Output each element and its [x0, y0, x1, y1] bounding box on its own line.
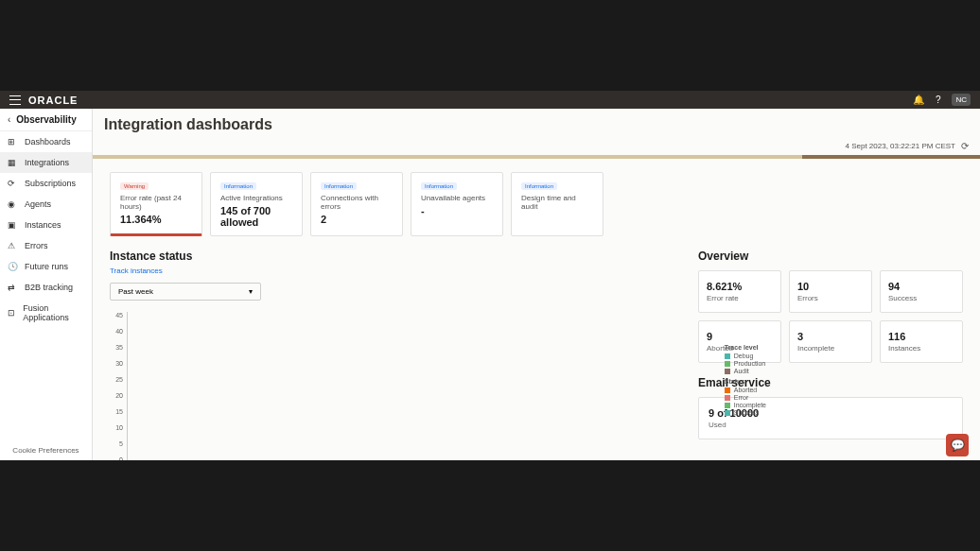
legend-label: Debug	[734, 353, 754, 359]
legend-title: Trace level	[725, 344, 766, 351]
nav-icon: ▣	[8, 220, 17, 230]
bell-icon[interactable]: 🔔	[913, 95, 924, 105]
nav-icon: ⊡	[8, 308, 15, 318]
nav-icon: ⇄	[8, 283, 17, 292]
nav-label: Dashboards	[25, 137, 71, 146]
y-tick: 35	[115, 344, 123, 351]
track-instances-link[interactable]: Track instances	[110, 267, 681, 275]
nav-icon: ⚠	[8, 241, 17, 250]
info-card[interactable]: InformationDesign time and audit	[511, 172, 604, 236]
card-value: -	[421, 205, 493, 216]
y-tick: 40	[115, 328, 123, 335]
stat-label: Instances	[888, 344, 954, 353]
sidebar: ‹ Observability ⊞Dashboards▦Integrations…	[0, 109, 93, 460]
card-label: Design time and audit	[521, 194, 593, 211]
legend-item: Debug	[725, 353, 766, 359]
user-badge[interactable]: NC	[952, 94, 971, 106]
info-card[interactable]: WarningError rate (past 24 hours)11.364%	[110, 172, 202, 236]
legend-swatch	[725, 353, 730, 359]
sidebar-title: Observability	[16, 114, 76, 125]
badge: Information	[220, 182, 256, 190]
sidebar-item-instances[interactable]: ▣Instances	[0, 215, 92, 235]
y-tick: 25	[115, 376, 123, 383]
nav-label: Instances	[25, 220, 61, 230]
card-label: Active Integrations	[220, 194, 292, 202]
main: Integration dashboards 4 Sept 2023, 03:2…	[93, 109, 980, 460]
page-title: Integration dashboards	[93, 109, 980, 141]
nav-label: Errors	[25, 241, 48, 250]
logo: ORACLE	[28, 95, 78, 106]
sidebar-item-agents[interactable]: ◉Agents	[0, 194, 92, 215]
sidebar-item-b2b-tracking[interactable]: ⇄B2B tracking	[0, 277, 92, 298]
sidebar-item-dashboards[interactable]: ⊞Dashboards	[0, 131, 92, 152]
card-value: 2	[321, 214, 393, 225]
y-tick: 45	[115, 312, 123, 319]
hamburger-icon[interactable]	[9, 95, 21, 105]
nav-icon: ⟳	[8, 179, 17, 188]
sidebar-item-errors[interactable]: ⚠Errors	[0, 235, 92, 256]
stat-card[interactable]: 3Incomplete	[789, 320, 872, 363]
stat-card[interactable]: 8.621%Error rate	[698, 270, 781, 313]
timestamp: 4 Sept 2023, 03:22:21 PM CEST	[845, 142, 955, 150]
dropdown-value: Past week	[118, 287, 153, 296]
y-tick: 0	[119, 456, 123, 460]
overview-title: Overview	[698, 250, 963, 263]
stat-value: 10	[797, 281, 864, 292]
stat-label: Error rate	[707, 294, 773, 302]
card-label: Error rate (past 24 hours)	[120, 194, 192, 211]
sidebar-item-future-runs[interactable]: 🕓Future runs	[0, 256, 92, 277]
sidebar-header[interactable]: ‹ Observability	[0, 109, 92, 131]
y-tick: 10	[115, 424, 123, 431]
nav-label: Agents	[25, 199, 51, 209]
info-card[interactable]: InformationActive Integrations145 of 700…	[210, 172, 303, 236]
timerange-dropdown[interactable]: Past week ▾	[110, 283, 261, 301]
chart: 454035302520151050 Trace levelDebugProdu…	[110, 312, 681, 460]
sidebar-item-fusion-applications[interactable]: ⊡Fusion Applications	[0, 298, 92, 328]
badge: Information	[421, 182, 457, 190]
legend-swatch	[725, 387, 730, 393]
y-tick: 15	[115, 408, 123, 415]
legend-swatch	[725, 361, 730, 367]
topbar: ORACLE 🔔 ? NC	[0, 91, 980, 109]
chat-fab[interactable]: 💬	[946, 434, 969, 456]
refresh-icon[interactable]: ⟳	[961, 141, 969, 151]
legend-swatch	[725, 369, 730, 374]
legend-item: Error	[725, 394, 766, 401]
stat-card[interactable]: 10Errors	[789, 270, 872, 313]
instance-status-title: Instance status	[110, 250, 681, 263]
stat-label: Success	[888, 294, 954, 302]
nav-label: Integrations	[25, 158, 69, 167]
info-card[interactable]: InformationConnections with errors2	[310, 172, 403, 236]
stat-value: 8.621%	[707, 281, 773, 292]
legend-label: Aborted	[734, 387, 758, 393]
legend-item: Audit	[725, 368, 766, 374]
card-label: Unavailable agents	[421, 194, 493, 202]
legend-item: Aborted	[725, 387, 766, 393]
stat-card[interactable]: 94Success	[880, 270, 963, 313]
stat-card[interactable]: 116Instances	[880, 320, 963, 363]
legend-swatch	[725, 410, 730, 416]
stat-value: 3	[797, 331, 864, 342]
y-tick: 30	[115, 360, 123, 367]
help-icon[interactable]: ?	[936, 95, 941, 105]
badge: Warning	[120, 182, 149, 190]
sidebar-item-integrations[interactable]: ▦Integrations	[0, 152, 92, 173]
legend-item: Success	[725, 409, 766, 416]
back-chevron-icon[interactable]: ‹	[8, 114, 10, 125]
legend-item: Incomplete	[725, 402, 766, 408]
legend-label: Audit	[734, 368, 749, 374]
badge: Information	[521, 182, 557, 190]
sidebar-item-subscriptions[interactable]: ⟳Subscriptions	[0, 173, 92, 194]
stat-label: Errors	[797, 294, 864, 302]
cookie-preferences[interactable]: Cookie Preferences	[0, 446, 92, 455]
nav-icon: ▦	[8, 158, 17, 167]
legend-label: Production	[734, 360, 765, 367]
card-label: Connections with errors	[321, 194, 393, 211]
cards-row: WarningError rate (past 24 hours)11.364%…	[93, 159, 980, 250]
legend-swatch	[725, 395, 730, 401]
legend-label: Success	[734, 409, 759, 416]
stat-value: 116	[888, 331, 954, 342]
info-card[interactable]: InformationUnavailable agents-	[411, 172, 503, 236]
legend-label: Error	[734, 394, 749, 401]
y-tick: 20	[115, 392, 123, 399]
